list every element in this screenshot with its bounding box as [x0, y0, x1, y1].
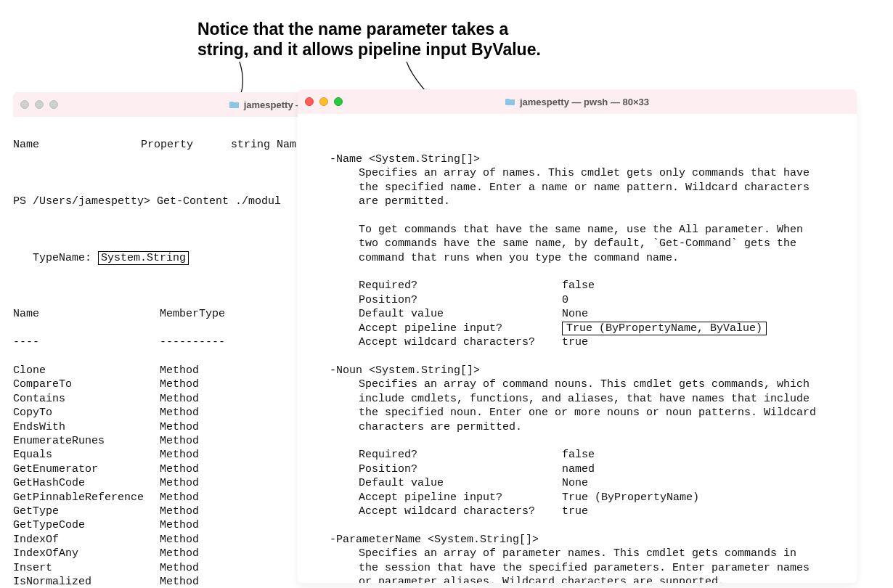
param-desc-line: Specifies an array of command nouns. Thi… — [330, 377, 857, 391]
param-attr-key: Accept pipeline input? — [359, 322, 562, 335]
member-name: IndexOf — [13, 533, 160, 547]
param-desc-line: the specified noun. Enter one or more no… — [330, 406, 857, 420]
member-name: EndsWith — [13, 420, 160, 434]
folder-icon — [229, 100, 240, 109]
param-header: -Noun <System.String[]> — [330, 364, 857, 377]
ps-command: Get-Content ./modul — [157, 195, 281, 208]
member-name: IndexOfAny — [13, 547, 160, 560]
param-attr-row: Accept pipeline input?True (ByPropertyNa… — [330, 491, 857, 505]
param-attr-row: Accept pipeline input?True (ByPropertyNa… — [330, 322, 857, 335]
param-attr-value: None — [562, 476, 588, 490]
tbl-hdr-type: MemberType — [160, 307, 225, 321]
member-name: EnumerateRunes — [13, 434, 160, 448]
member-name: GetEnumerator — [13, 462, 160, 476]
callout-line1: Notice that the name parameter takes a — [197, 20, 508, 38]
member-type: Method — [160, 420, 199, 434]
ps-prompt: PS /Users/jamespetty> — [13, 195, 150, 208]
titlebar-front: jamespetty — pwsh — 80×33 — [298, 89, 857, 114]
param-attr-value: false — [562, 279, 595, 293]
member-type: Method — [160, 518, 199, 532]
hdr-prop: Property — [141, 138, 231, 152]
param-attr-value: 0 — [562, 293, 568, 307]
minimize-icon[interactable] — [35, 100, 44, 109]
window-title-back: jamespetty — — [229, 99, 306, 110]
folder-icon — [505, 97, 515, 106]
blank-line — [330, 265, 857, 279]
param-attr-key: Accept wildcard characters? — [359, 505, 562, 518]
member-name: GetTypeCode — [13, 518, 160, 532]
terminal-window-front: jamespetty — pwsh — 80×33 -Name <System.… — [298, 89, 857, 583]
param-attr-value: None — [562, 307, 588, 321]
member-type: Method — [160, 491, 199, 505]
param-desc-line: command that runs when you type the comm… — [330, 251, 857, 265]
member-type: Method — [160, 392, 199, 406]
blank-line — [330, 518, 857, 532]
member-type: Method — [160, 406, 199, 420]
member-name: GetHashCode — [13, 476, 160, 490]
param-desc-line: include cmdlets, functions, and aliases,… — [330, 392, 857, 406]
callout-text: Notice that the name parameter takes a s… — [197, 20, 560, 60]
param-header: -Name <System.String[]> — [330, 152, 857, 166]
param-attr-row: Position?named — [330, 462, 857, 476]
member-name: CopyTo — [13, 406, 160, 420]
param-attr-row: Position?0 — [330, 293, 857, 307]
member-type: Method — [160, 462, 199, 476]
blank-line — [330, 434, 857, 448]
traffic-lights-back — [20, 100, 58, 109]
member-name: GetType — [13, 505, 160, 518]
terminal-content-front[interactable]: -Name <System.String[]>Specifies an arra… — [298, 114, 857, 583]
param-attr-value: false — [562, 448, 595, 462]
tbl-div-type: ---------- — [160, 335, 225, 349]
member-type: Method — [160, 505, 199, 518]
member-type: Method — [160, 561, 199, 575]
param-attr-row: Default valueNone — [330, 307, 857, 321]
param-attr-key: Accept wildcard characters? — [359, 335, 562, 349]
window-title-front: jamespetty — pwsh — 80×33 — [505, 97, 649, 107]
param-attr-key: Required? — [359, 279, 562, 293]
param-attr-value: True (ByPropertyName) — [562, 491, 699, 505]
member-type: Method — [160, 364, 199, 377]
close-icon[interactable] — [305, 97, 314, 106]
param-desc-line: two commands have the same name, by defa… — [330, 237, 857, 250]
zoom-icon[interactable] — [49, 100, 58, 109]
param-attr-key: Default value — [359, 476, 562, 490]
param-desc-line: Specifies an array of parameter names. T… — [330, 547, 857, 560]
member-name: IsNormalized — [13, 575, 160, 586]
member-type: Method — [160, 547, 199, 560]
blank-line — [330, 350, 857, 364]
hdr-name: Name — [13, 138, 141, 152]
typename-box: System.String — [98, 251, 189, 265]
minimize-icon[interactable] — [319, 97, 328, 106]
param-header: -ParameterName <System.String[]> — [330, 533, 857, 547]
param-attr-row: Accept wildcard characters?true — [330, 335, 857, 349]
title-text-front: jamespetty — pwsh — 80×33 — [520, 97, 649, 107]
member-name: Clone — [13, 364, 160, 377]
tbl-div-name: ---- — [13, 335, 160, 349]
member-type: Method — [160, 533, 199, 547]
member-name: Contains — [13, 392, 160, 406]
tbl-hdr-name: Name — [13, 307, 160, 321]
param-attr-value: named — [562, 462, 595, 476]
param-desc-line: Specifies an array of names. This cmdlet… — [330, 166, 857, 180]
member-type: Method — [160, 476, 199, 490]
param-attr-row: Accept wildcard characters?true — [330, 505, 857, 518]
param-attr-value: true — [562, 505, 588, 518]
member-type: Method — [160, 575, 199, 586]
param-attr-key: Default value — [359, 307, 562, 321]
member-name: Insert — [13, 561, 160, 575]
member-name: GetPinnableReference — [13, 491, 160, 505]
param-desc-line: characters are permitted. — [330, 420, 857, 434]
zoom-icon[interactable] — [334, 97, 343, 106]
param-desc-line — [330, 208, 857, 222]
member-type: Method — [160, 377, 199, 391]
param-attr-key: Position? — [359, 462, 562, 476]
member-name: Equals — [13, 448, 160, 462]
hdr-def: string Nam — [231, 139, 296, 151]
param-attr-key: Position? — [359, 293, 562, 307]
param-attr-value: True (ByPropertyName, ByValue) — [562, 322, 767, 335]
close-icon[interactable] — [20, 100, 29, 109]
member-type: Method — [160, 448, 199, 462]
param-desc-line: the specified name. Enter a name or name… — [330, 181, 857, 195]
param-attr-row: Required?false — [330, 279, 857, 293]
param-attr-key: Required? — [359, 448, 562, 462]
